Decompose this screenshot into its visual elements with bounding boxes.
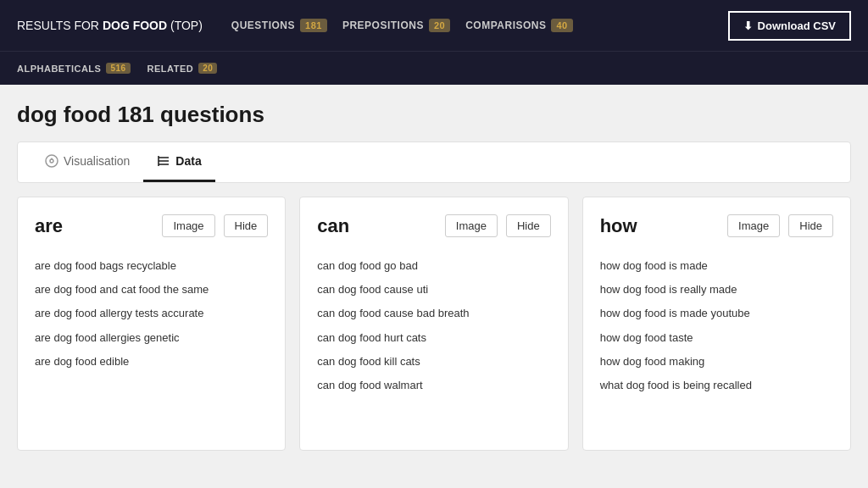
results-suffix: (TOP): [167, 19, 203, 32]
list-item[interactable]: how dog food is made: [600, 254, 833, 278]
list-item[interactable]: how dog food is really made: [600, 278, 833, 302]
card-can: can Image Hide can dog food go bad can d…: [299, 197, 568, 451]
title-suffix: questions: [160, 102, 264, 127]
title-count: 181: [117, 102, 153, 127]
tab-visualisation[interactable]: Visualisation: [31, 142, 143, 182]
card-are-hide-button[interactable]: Hide: [224, 214, 269, 237]
alphabeticals-badge: 516: [106, 63, 130, 74]
list-item[interactable]: are dog food allergy tests accurate: [35, 302, 268, 325]
list-item[interactable]: can dog food go bad: [317, 254, 550, 278]
list-item[interactable]: how dog food taste: [600, 326, 833, 350]
list-item[interactable]: can dog food cause bad breath: [317, 302, 550, 325]
card-can-image-button[interactable]: Image: [445, 214, 498, 237]
card-how-title: how: [600, 215, 719, 237]
card-how-header: how Image Hide: [600, 214, 833, 237]
tab-related[interactable]: RELATED 20: [147, 63, 218, 74]
card-are-items: are dog food bags recyclable are dog foo…: [35, 254, 268, 374]
questions-label: QUESTIONS: [231, 19, 295, 31]
list-item[interactable]: can dog food kill cats: [317, 350, 550, 374]
download-icon: ⬇: [743, 19, 753, 32]
list-item[interactable]: how dog food making: [600, 350, 833, 374]
view-tabs-panel: Visualisation Data: [17, 141, 851, 183]
card-can-hide-button[interactable]: Hide: [506, 214, 551, 237]
page-title: dog food 181 questions: [17, 102, 851, 128]
card-can-header: can Image Hide: [317, 214, 550, 237]
tab-questions[interactable]: QUESTIONS 181: [228, 12, 331, 39]
comparisons-label: COMPARISONS: [465, 19, 546, 31]
tab-alphabeticals[interactable]: ALPHABETICALS 516: [17, 63, 131, 74]
card-are: are Image Hide are dog food bags recycla…: [17, 197, 286, 451]
card-are-title: are: [35, 215, 153, 237]
list-item[interactable]: how dog food is made youtube: [600, 302, 833, 325]
list-item[interactable]: are dog food bags recyclable: [35, 254, 268, 278]
tab-data[interactable]: Data: [143, 142, 214, 182]
nav-tabs: QUESTIONS 181 PREPOSITIONS 20 COMPARISON…: [228, 12, 703, 39]
card-can-title: can: [317, 215, 436, 237]
results-prefix: RESULTS FOR: [17, 19, 103, 32]
title-keyword: dog food: [17, 102, 111, 127]
questions-badge: 181: [300, 19, 327, 32]
main-content: dog food 181 questions Visualisation: [0, 85, 868, 476]
card-how-hide-button[interactable]: Hide: [788, 214, 833, 237]
list-item[interactable]: can dog food hurt cats: [317, 326, 550, 350]
card-are-header: are Image Hide: [35, 214, 268, 237]
related-badge: 20: [198, 63, 217, 74]
keyword-label: DOG FOOD: [103, 19, 167, 32]
data-label: Data: [175, 154, 201, 168]
alphabeticals-label: ALPHABETICALS: [17, 64, 101, 74]
cards-grid: are Image Hide are dog food bags recycla…: [17, 197, 851, 451]
prepositions-badge: 20: [429, 19, 450, 32]
list-item[interactable]: are dog food edible: [35, 350, 268, 374]
comparisons-badge: 40: [551, 19, 572, 32]
related-label: RELATED: [147, 64, 194, 74]
data-icon: [157, 154, 170, 168]
list-item[interactable]: what dog food is being recalled: [600, 374, 833, 397]
prepositions-label: PREPOSITIONS: [342, 19, 424, 31]
card-how-image-button[interactable]: Image: [727, 214, 780, 237]
sub-nav: ALPHABETICALS 516 RELATED 20: [0, 51, 868, 85]
list-item[interactable]: are dog food and cat food the same: [35, 278, 268, 302]
svg-point-0: [46, 155, 58, 167]
svg-point-1: [50, 159, 53, 163]
visualisation-icon: [45, 154, 58, 168]
card-are-image-button[interactable]: Image: [162, 214, 214, 237]
list-item[interactable]: can dog food cause uti: [317, 278, 550, 302]
visualisation-label: Visualisation: [64, 154, 130, 168]
top-nav: RESULTS FOR DOG FOOD (TOP) QUESTIONS 181…: [0, 0, 868, 51]
card-can-items: can dog food go bad can dog food cause u…: [317, 254, 550, 397]
list-item[interactable]: can dog food walmart: [317, 374, 550, 397]
results-label: RESULTS FOR DOG FOOD (TOP): [17, 19, 203, 32]
list-item[interactable]: are dog food allergies genetic: [35, 326, 268, 350]
card-how-items: how dog food is made how dog food is rea…: [600, 254, 833, 397]
download-label: Download CSV: [758, 19, 836, 32]
card-how: how Image Hide how dog food is made how …: [582, 197, 851, 451]
download-csv-button[interactable]: ⬇ Download CSV: [728, 11, 851, 41]
tab-comparisons[interactable]: COMPARISONS 40: [462, 12, 576, 39]
view-tabs-row: Visualisation Data: [31, 142, 837, 182]
tab-prepositions[interactable]: PREPOSITIONS 20: [339, 12, 453, 39]
